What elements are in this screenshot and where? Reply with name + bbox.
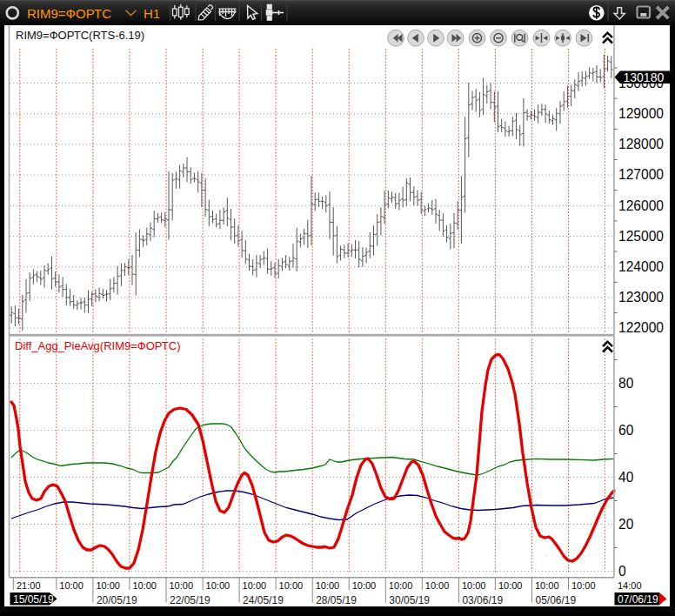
svg-text:10:00: 10:00	[170, 580, 194, 591]
svg-text:10:00: 10:00	[462, 580, 486, 591]
svg-text:H1: H1	[144, 6, 160, 21]
svg-text:Diff_Agg_PieAvg(RIM9=ФОРТС): Diff_Agg_PieAvg(RIM9=ФОРТС)	[15, 339, 181, 352]
svg-text:10:00: 10:00	[243, 580, 267, 591]
svg-text:22/05/19: 22/05/19	[170, 594, 211, 606]
svg-text:20/05/19: 20/05/19	[97, 594, 137, 606]
svg-text:28/05/19: 28/05/19	[316, 594, 357, 606]
svg-text:10:00: 10:00	[206, 580, 231, 591]
svg-text:10:00: 10:00	[132, 580, 157, 591]
svg-text:10:00: 10:00	[425, 580, 450, 591]
svg-text:07/06/19: 07/06/19	[618, 593, 658, 606]
svg-text:21:00: 21:00	[17, 580, 41, 591]
svg-text:123000: 123000	[618, 290, 664, 305]
svg-text:05/06/19: 05/06/19	[536, 594, 577, 606]
svg-text:130180: 130180	[624, 70, 665, 84]
svg-text:10:00: 10:00	[535, 580, 559, 591]
svg-text:10:00: 10:00	[316, 580, 340, 591]
svg-text:126000: 126000	[618, 198, 664, 213]
svg-text:RIM9=ФОРТС(RTS-6.19): RIM9=ФОРТС(RTS-6.19)	[16, 29, 144, 42]
svg-text:122000: 122000	[618, 320, 664, 335]
svg-text:10:00: 10:00	[96, 580, 120, 591]
svg-text:60: 60	[618, 423, 634, 438]
svg-text:14:00: 14:00	[618, 580, 642, 591]
svg-text:03/06/19: 03/06/19	[462, 594, 503, 606]
svg-text:80: 80	[618, 376, 634, 391]
svg-text:10:00: 10:00	[571, 580, 596, 591]
svg-text:10:00: 10:00	[279, 580, 304, 591]
svg-text:10:00: 10:00	[389, 580, 413, 591]
svg-text:0: 0	[618, 564, 626, 579]
svg-text:10:00: 10:00	[352, 580, 377, 591]
svg-text:124000: 124000	[618, 259, 664, 274]
svg-text:129000: 129000	[618, 106, 664, 121]
svg-text:20: 20	[618, 517, 634, 532]
svg-text:RIM9=ФОРТС: RIM9=ФОРТС	[27, 6, 111, 21]
svg-text:30/05/19: 30/05/19	[389, 594, 430, 606]
svg-text:128000: 128000	[618, 137, 664, 151]
svg-text:40: 40	[618, 470, 634, 485]
svg-text:24/05/19: 24/05/19	[243, 594, 284, 606]
svg-text:125000: 125000	[618, 229, 664, 244]
svg-text:127000: 127000	[618, 167, 664, 182]
svg-text:10:00: 10:00	[59, 580, 84, 591]
svg-text:15/05/19: 15/05/19	[13, 593, 54, 606]
svg-text:10:00: 10:00	[498, 580, 523, 591]
